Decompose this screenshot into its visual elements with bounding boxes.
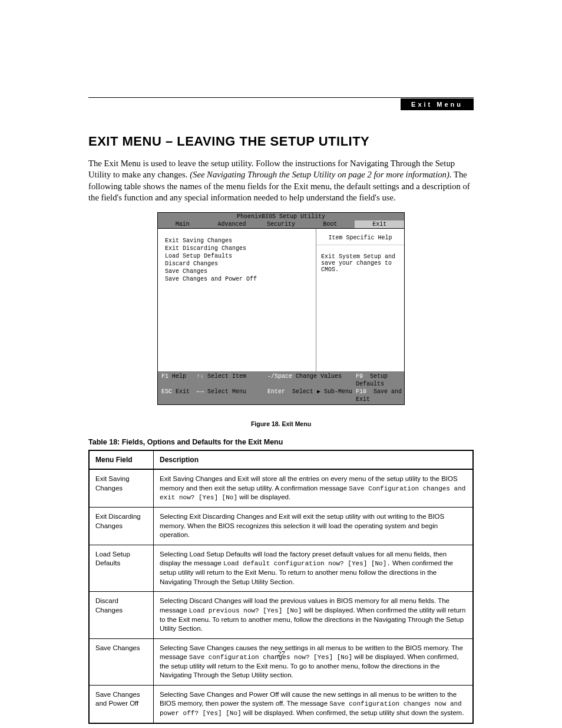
table-header-row: Menu Field Description	[89, 450, 473, 469]
cell-description: Selecting Exit Discarding Changes and Ex…	[154, 508, 474, 545]
intro-paragraph: The Exit Menu is used to leave the setup…	[88, 158, 474, 204]
key-esc: ESC	[161, 388, 172, 395]
top-rule	[88, 97, 474, 98]
key-arrows-lr: ←→	[197, 388, 204, 395]
th-menu-field: Menu Field	[89, 450, 154, 469]
intro-b: (See Navigating Through the Setup Utilit…	[190, 170, 449, 179]
lbl-change-values: Change Values	[296, 373, 342, 380]
tab-boot: Boot	[306, 220, 355, 228]
key-f1: F1	[161, 373, 168, 380]
cell-menu-field: Load Setup Defaults	[89, 545, 154, 591]
cell-menu-field: Save Changes	[89, 638, 154, 685]
section-header: Exit Menu	[401, 98, 474, 110]
code-text: Load default configuration now? [Yes] [N…	[223, 560, 391, 567]
table-row: Discard ChangesSelecting Discard Changes…	[89, 592, 473, 638]
tab-security: Security	[256, 220, 306, 228]
tab-advanced: Advanced	[207, 220, 257, 228]
desc-text: Selecting Exit Discarding Changes and Ex…	[160, 513, 444, 538]
table-row: Save Changes and Power OffSelecting Save…	[89, 685, 473, 723]
header-bar: Exit Menu	[88, 98, 474, 110]
lbl-help: Help	[172, 373, 186, 380]
bios-main-pane: Exit Saving Changes Exit Discarding Chan…	[158, 229, 316, 371]
fields-table: Menu Field Description Exit Saving Chang…	[88, 450, 474, 724]
key-enter: Enter	[267, 388, 285, 395]
lbl-select-menu: Select Menu	[207, 388, 246, 395]
cell-menu-field: Discard Changes	[89, 592, 154, 638]
bios-option: Exit Discarding Changes	[165, 245, 309, 252]
bios-help-text: Exit System Setup and save your changes …	[321, 253, 399, 273]
cell-menu-field: Save Changes and Power Off	[89, 685, 154, 723]
table-caption: Table 18: Fields, Options and Defaults f…	[88, 438, 474, 446]
cell-description: Selecting Discard Changes will load the …	[154, 592, 474, 638]
desc-text: will be displayed. When confirmed, the s…	[242, 709, 464, 716]
cell-description: Exit Saving Changes and Exit will store …	[154, 469, 474, 508]
bios-option: Save Changes and Power Off	[165, 275, 309, 283]
table-row: Exit Discarding ChangesSelecting Exit Di…	[89, 508, 473, 545]
page-number: 27	[0, 649, 562, 658]
table-row: Exit Saving ChangesExit Saving Changes a…	[89, 469, 473, 508]
lbl-submenu: Select ▶ Sub-Menu	[292, 388, 352, 395]
key-f9: F9	[356, 373, 363, 380]
bios-option: Discard Changes	[165, 260, 309, 268]
bios-help-title: Item Specific Help	[321, 235, 399, 241]
lbl-select-item: Select Item	[207, 373, 246, 380]
table-row: Save ChangesSelecting Save Changes cause…	[89, 638, 473, 685]
tab-exit: Exit	[355, 220, 404, 228]
desc-text: will be displayed.	[237, 493, 290, 500]
bios-option: Save Changes	[165, 268, 309, 275]
bios-option: Exit Saving Changes	[165, 237, 309, 245]
bios-screenshot: PhoenixBIOS Setup Utility Main Advanced …	[157, 212, 405, 405]
bios-option: Load Setup Defaults	[165, 252, 309, 260]
cell-description: Selecting Save Changes and Power Off wil…	[154, 685, 474, 723]
bios-help-pane: Item Specific Help Exit System Setup and…	[316, 229, 404, 371]
key-space: -/Space	[267, 373, 292, 380]
cell-menu-field: Exit Saving Changes	[89, 469, 154, 508]
key-arrows-ud: ↑↓	[197, 373, 204, 380]
cell-menu-field: Exit Discarding Changes	[89, 508, 154, 545]
bios-title: PhoenixBIOS Setup Utility	[158, 213, 404, 220]
code-text: Load previous now? [Yes] [No]	[189, 607, 302, 614]
bios-tabs: Main Advanced Security Boot Exit	[158, 220, 404, 228]
page-title: EXIT MENU – LEAVING THE SETUP UTILITY	[88, 134, 474, 149]
key-f10: F10	[356, 388, 366, 395]
bios-footer: F1 Help ↑↓ Select Item -/Space Change Va…	[158, 371, 404, 404]
cell-description: Selecting Load Setup Defaults will load …	[154, 545, 474, 591]
tab-main: Main	[158, 220, 207, 228]
figure-caption: Figure 18. Exit Menu	[88, 420, 474, 427]
lbl-exit: Exit	[176, 388, 190, 395]
cell-description: Selecting Save Changes causes the new se…	[154, 638, 474, 685]
th-description: Description	[154, 450, 474, 469]
table-row: Load Setup DefaultsSelecting Load Setup …	[89, 545, 473, 591]
